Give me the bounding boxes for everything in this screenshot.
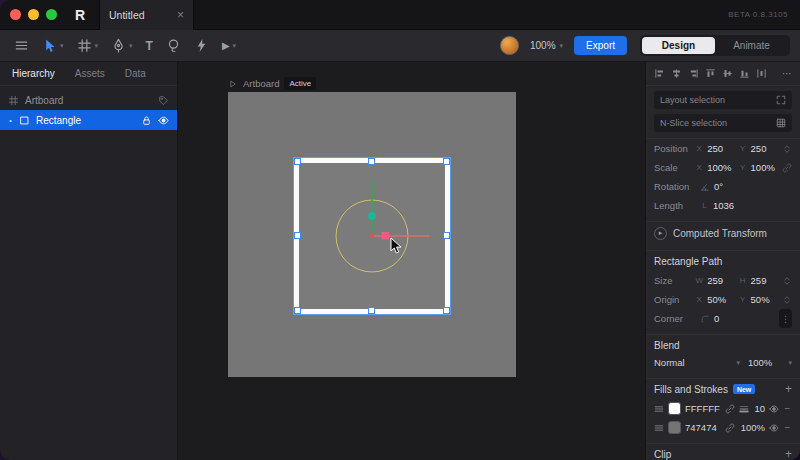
selected-rectangle[interactable] [294, 158, 450, 314]
close-tab-icon[interactable]: × [177, 9, 184, 21]
distribute-horizontal-icon[interactable] [756, 68, 767, 79]
mode-switcher: Design Animate [640, 35, 790, 56]
selection-handle[interactable] [368, 158, 375, 165]
text-tool-icon: T [146, 39, 153, 53]
fullscreen-window-button[interactable] [46, 9, 57, 20]
selection-handle[interactable] [368, 307, 375, 314]
tab-assets[interactable]: Assets [75, 68, 105, 79]
document-tab[interactable]: Untitled × [99, 0, 194, 30]
pen-tool-chevron-icon[interactable]: ▾ [129, 42, 133, 49]
align-center-horizontal-icon[interactable] [671, 68, 682, 79]
fill-row[interactable]: 747474 100% − [646, 418, 800, 437]
minimize-window-button[interactable] [28, 9, 39, 20]
selection-handle[interactable] [443, 307, 450, 314]
link-icon[interactable] [725, 423, 735, 433]
tab-data[interactable]: Data [125, 68, 146, 79]
stroke-hex-value[interactable]: FFFFFF [685, 403, 721, 414]
animate-mode-button[interactable]: Animate [715, 37, 788, 54]
more-align-options-icon[interactable]: ⋯ [782, 69, 792, 79]
selection-handle[interactable] [294, 307, 301, 314]
close-window-button[interactable] [10, 9, 21, 20]
selection-handle[interactable] [443, 232, 450, 239]
blend-mode-dropdown[interactable]: Normal ▾ [654, 357, 740, 368]
corner-radius-icon [700, 314, 710, 324]
disclosure-icon[interactable]: ▸ [654, 227, 667, 240]
link-icon[interactable] [725, 404, 735, 414]
origin-x-value[interactable]: 50% [707, 294, 734, 305]
selection-handle[interactable] [294, 158, 301, 165]
align-top-icon[interactable] [705, 68, 716, 79]
lasso-tool-button[interactable] [162, 35, 185, 56]
stroke-color-swatch[interactable] [668, 402, 681, 415]
toolbar: ▾ ▾ ▾ T ▶ ▾ 100% ▾ Export Design Animate [0, 30, 800, 62]
remove-stroke-icon[interactable]: − [783, 404, 792, 414]
nslice-selection-button[interactable]: N-Slice selection [654, 114, 792, 132]
main-menu-button[interactable] [10, 35, 33, 56]
events-tool-button[interactable] [190, 35, 213, 56]
visibility-eye-icon[interactable] [769, 404, 779, 414]
select-tool-button[interactable]: ▾ [38, 35, 68, 56]
fill-opacity-value[interactable]: 100% [741, 422, 765, 433]
align-left-icon[interactable] [654, 68, 665, 79]
play-tool-chevron-icon[interactable]: ▾ [233, 42, 237, 49]
canvas-stage[interactable]: Artboard Active [178, 62, 645, 460]
scale-y-value[interactable]: 100% [751, 162, 778, 173]
scale-x-value[interactable]: 100% [707, 162, 734, 173]
size-w-value[interactable]: 259 [707, 275, 734, 286]
visibility-eye-icon[interactable] [769, 423, 779, 433]
corner-options-button[interactable]: ⋮ [779, 309, 792, 328]
blend-mode-value: Normal [654, 357, 685, 368]
length-value[interactable]: 1036 [713, 200, 744, 211]
export-button[interactable]: Export [574, 36, 627, 55]
hierarchy-item-rectangle[interactable]: • Rectangle [0, 110, 177, 130]
align-bottom-icon[interactable] [739, 68, 750, 79]
position-x-value[interactable]: 250 [707, 143, 734, 154]
artboard-frame-icon [77, 38, 92, 53]
text-tool-button[interactable]: T [142, 36, 157, 56]
fill-hex-value[interactable]: 747474 [685, 422, 721, 433]
length-row: Length L 1036 [646, 196, 800, 215]
size-stepper-icon[interactable] [782, 276, 792, 286]
fill-color-swatch[interactable] [668, 421, 681, 434]
tag-icon[interactable] [158, 95, 169, 106]
tab-hierarchy[interactable]: Hierarchy [12, 68, 55, 79]
select-tool-chevron-icon[interactable]: ▾ [60, 42, 64, 49]
position-y-value[interactable]: 250 [751, 143, 778, 154]
position-stepper-icon[interactable] [782, 144, 792, 154]
play-tool-button[interactable]: ▶ ▾ [218, 37, 240, 54]
artboard-tool-chevron-icon[interactable]: ▾ [95, 42, 99, 49]
computed-transform-row[interactable]: ▸ Computed Transform [646, 222, 800, 244]
corner-value[interactable]: 0 [714, 313, 745, 324]
artboard-surface[interactable] [228, 92, 516, 377]
selection-handle[interactable] [443, 158, 450, 165]
blend-opacity-dropdown[interactable]: 100% ▾ [748, 357, 792, 368]
add-fill-button[interactable]: + [785, 383, 792, 395]
artboard-name-label[interactable]: Artboard [243, 78, 279, 89]
origin-y-value[interactable]: 50% [751, 294, 778, 305]
hamburger-menu-icon [14, 38, 29, 53]
align-right-icon[interactable] [688, 68, 699, 79]
origin-stepper-icon[interactable] [782, 295, 792, 305]
stroke-width-value[interactable]: 10 [754, 403, 765, 414]
rotation-value[interactable]: 0° [714, 181, 745, 192]
stroke-row[interactable]: FFFFFF 10 − [646, 399, 800, 418]
pen-tool-button[interactable]: ▾ [107, 35, 137, 56]
align-center-vertical-icon[interactable] [722, 68, 733, 79]
lightning-bolt-icon [194, 38, 209, 53]
scale-link-icon[interactable] [782, 163, 792, 173]
blend-controls: Normal ▾ 100% ▾ [646, 355, 800, 372]
hierarchy-item-artboard[interactable]: Artboard [0, 90, 177, 110]
design-mode-button[interactable]: Design [642, 37, 715, 54]
artboard-play-icon[interactable] [228, 79, 238, 89]
user-avatar[interactable] [500, 36, 519, 55]
lock-icon[interactable] [141, 115, 152, 126]
size-h-value[interactable]: 259 [751, 275, 778, 286]
layout-selection-button[interactable]: Layout selection [654, 91, 792, 109]
add-clip-button[interactable]: + [785, 448, 792, 460]
remove-fill-icon[interactable]: − [783, 423, 792, 433]
layout-selection-label: Layout selection [660, 95, 772, 105]
artboard-tool-button[interactable]: ▾ [73, 35, 103, 56]
eye-icon[interactable] [158, 115, 169, 126]
selection-handle[interactable] [294, 232, 301, 239]
zoom-control[interactable]: 100% ▾ [530, 40, 563, 51]
